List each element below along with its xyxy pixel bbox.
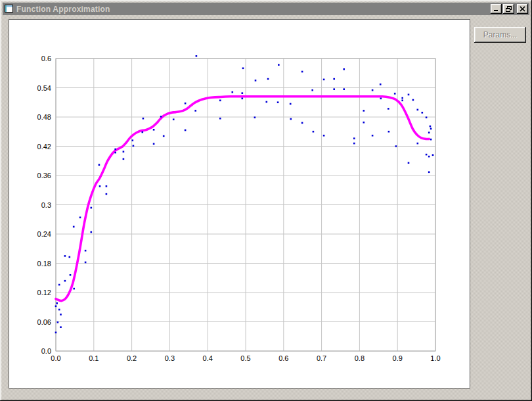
titlebar[interactable]: Function Approximation	[3, 3, 529, 15]
sample-point	[301, 122, 303, 124]
y-tick-label: 0.3	[41, 201, 51, 209]
sample-point	[143, 118, 144, 120]
x-tick-label: 1.0	[430, 354, 440, 362]
sample-point	[388, 108, 389, 110]
sample-point	[430, 126, 432, 128]
sample-point	[132, 139, 134, 141]
sample-point	[430, 128, 432, 130]
sample-point	[426, 154, 428, 156]
sample-point	[417, 143, 419, 145]
y-tick-label: 0.0	[41, 347, 51, 355]
sample-point	[163, 135, 165, 137]
sample-point	[242, 92, 244, 94]
sample-point	[428, 156, 430, 158]
sample-point	[278, 64, 280, 66]
sample-point	[185, 130, 187, 131]
sample-point	[55, 306, 57, 308]
axis-labels: 0.00.10.20.30.40.50.60.70.80.91.00.00.06…	[37, 55, 441, 362]
sample-point	[395, 145, 397, 147]
sample-point	[106, 193, 108, 195]
sample-point	[58, 309, 60, 311]
x-tick-label: 0.8	[355, 354, 365, 362]
sample-point	[58, 284, 60, 286]
params-button[interactable]: Params...	[474, 27, 526, 43]
sample-point	[353, 137, 355, 139]
sample-point	[323, 135, 325, 137]
sample-point	[123, 158, 125, 160]
sample-point	[173, 118, 175, 120]
y-tick-label: 0.6	[41, 55, 51, 62]
window-title: Function Approximation	[16, 5, 491, 14]
y-tick-label: 0.36	[37, 172, 51, 179]
sample-point	[353, 143, 355, 145]
sample-point	[142, 131, 144, 133]
sample-point	[153, 143, 155, 145]
sample-point	[408, 94, 410, 96]
sample-point	[401, 97, 403, 99]
x-tick-label: 0.0	[51, 354, 60, 362]
sample-point	[432, 154, 434, 156]
sample-point	[185, 103, 187, 105]
form-icon[interactable]	[4, 4, 14, 14]
sample-point	[363, 110, 365, 112]
sample-point	[85, 262, 87, 264]
y-tick-label: 0.18	[37, 260, 51, 268]
grid	[56, 59, 435, 351]
sample-point	[196, 55, 198, 57]
x-tick-label: 0.3	[165, 354, 175, 362]
sample-point	[380, 83, 382, 85]
sample-point	[417, 109, 419, 111]
sample-point	[266, 101, 268, 103]
sample-point	[91, 207, 93, 209]
sample-point	[69, 256, 71, 258]
y-tick-label: 0.54	[37, 84, 51, 92]
sample-point	[428, 172, 430, 174]
window-function-approximation: Function Approximation Params... 0	[0, 0, 532, 401]
sample-point	[267, 78, 269, 80]
sample-point	[73, 226, 75, 228]
sample-point	[219, 100, 221, 102]
restore-icon[interactable]	[503, 4, 514, 14]
sample-point	[106, 185, 108, 187]
approximation-chart: 0.00.10.20.30.40.50.60.70.80.91.00.00.06…	[9, 20, 470, 388]
minimize-icon[interactable]	[491, 4, 502, 14]
x-tick-label: 0.1	[89, 354, 99, 362]
sample-point	[114, 149, 116, 151]
sample-point	[64, 255, 66, 257]
sample-point	[313, 131, 315, 133]
sample-point	[372, 89, 374, 91]
sample-point	[372, 135, 374, 137]
sample-point	[277, 101, 279, 103]
sample-point	[60, 314, 62, 316]
y-tick-label: 0.06	[37, 318, 51, 326]
sample-point	[363, 122, 365, 124]
sample-point	[194, 110, 196, 112]
sample-point	[380, 98, 382, 100]
sample-point	[333, 78, 335, 80]
sample-point	[91, 231, 93, 233]
sample-point	[430, 139, 432, 141]
sample-point	[343, 68, 345, 70]
x-tick-label: 0.4	[203, 354, 213, 362]
sample-point	[60, 326, 62, 328]
x-tick-label: 0.2	[127, 354, 137, 362]
sample-point	[242, 98, 244, 100]
sample-point	[153, 129, 155, 131]
sample-point	[333, 88, 335, 90]
sample-point	[426, 116, 428, 118]
sample-point	[255, 80, 257, 82]
x-tick-label: 0.7	[317, 354, 326, 362]
sample-point	[343, 88, 345, 90]
sample-point	[64, 280, 66, 282]
sample-point	[422, 112, 424, 114]
sample-point	[301, 71, 303, 73]
sample-point	[79, 217, 81, 219]
sample-point	[57, 321, 59, 323]
close-icon[interactable]	[517, 4, 528, 14]
sample-point	[56, 302, 58, 304]
sample-point	[73, 288, 75, 290]
sample-point	[254, 116, 256, 118]
sample-point	[219, 118, 221, 120]
sample-point	[70, 274, 72, 276]
sample-point	[55, 332, 57, 334]
